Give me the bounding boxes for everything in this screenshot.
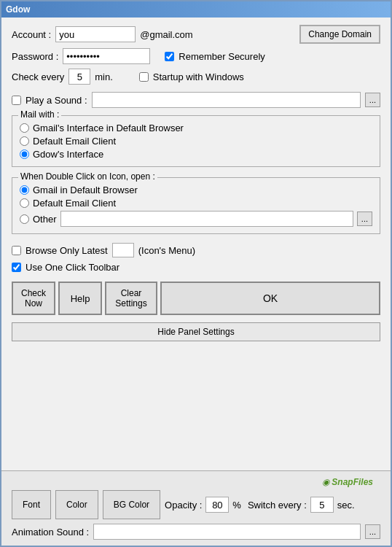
animation-label: Animation Sound :: [12, 527, 89, 538]
account-input[interactable]: [55, 26, 136, 42]
password-input[interactable]: [63, 48, 150, 64]
change-domain-button[interactable]: Change Domain: [299, 25, 380, 44]
dc-other-input[interactable]: [60, 211, 353, 227]
dc-option-2-radio[interactable]: [20, 198, 29, 208]
dc-option-1-radio[interactable]: [20, 185, 29, 195]
mail-option-1-radio[interactable]: [20, 123, 29, 133]
animation-input[interactable]: [93, 524, 361, 540]
account-label: Account :: [12, 29, 51, 40]
dc-option-3-row: Other ...: [20, 211, 372, 227]
browse-only-checkbox[interactable]: [12, 246, 21, 255]
bg-color-tab-button[interactable]: BG Color: [103, 490, 160, 519]
mail-option-3-radio[interactable]: [20, 150, 29, 159]
check-every-after-label: min.: [95, 71, 113, 82]
remember-label: Remember Securely: [179, 51, 265, 62]
startup-checkbox[interactable]: [139, 72, 149, 82]
switch-input[interactable]: [310, 497, 334, 513]
password-label: Password :: [12, 51, 58, 62]
browse-only-input[interactable]: [112, 243, 134, 257]
titlebar: Gdow: [1, 1, 391, 18]
check-every-row: Check every min. Startup with Windows: [12, 69, 380, 85]
mail-with-group: Mail with : Gmail's Interface in Default…: [12, 115, 380, 167]
double-click-label: When Double Click on Icon, open :: [18, 171, 157, 182]
color-tab-button[interactable]: Color: [55, 490, 98, 519]
sound-checkbox[interactable]: [12, 96, 21, 105]
dc-option-3-label: Other: [33, 214, 57, 225]
one-click-label: Use One Click Toolbar: [26, 262, 119, 273]
icon-menu-label: (Icon's Menu): [138, 245, 195, 256]
switch-label: Switch every :: [248, 500, 307, 511]
snapfiles-brand: ◉ SnapFiles: [12, 477, 380, 487]
sec-label: sec.: [337, 500, 355, 511]
dc-browse-button[interactable]: ...: [357, 212, 372, 226]
mail-option-2-label: Default Email Client: [33, 136, 116, 147]
tab-opacity-row: Font Color BG Color Opacity : % Switch e…: [12, 490, 380, 519]
one-click-row: Use One Click Toolbar: [12, 262, 380, 273]
check-now-button[interactable]: CheckNow: [12, 282, 55, 315]
sound-input[interactable]: [92, 92, 361, 108]
sound-row: Play a Sound : ...: [12, 92, 380, 108]
window-title: Gdow: [6, 4, 30, 15]
clear-settings-button[interactable]: ClearSettings: [105, 282, 157, 315]
mail-option-2-radio[interactable]: [20, 136, 29, 146]
double-click-group: When Double Click on Icon, open : Gmail …: [12, 177, 380, 234]
one-click-checkbox[interactable]: [12, 263, 21, 272]
hide-panel-button[interactable]: Hide Panel Settings: [12, 322, 380, 341]
mail-option-2-row: Default Email Client: [20, 136, 372, 147]
startup-label: Startup with Windows: [153, 71, 244, 82]
check-every-before-label: Check every: [12, 71, 64, 82]
remember-checkbox[interactable]: [165, 52, 174, 61]
dc-option-3-radio[interactable]: [20, 214, 29, 224]
bottom-section: ◉ SnapFiles Font Color BG Color Opacity …: [1, 470, 391, 546]
help-button[interactable]: Help: [58, 282, 102, 315]
main-window: Gdow Account : @gmail.com Change Domain …: [0, 0, 392, 547]
mail-option-1-row: Gmail's Interface in Default Browser: [20, 123, 372, 133]
browse-only-label: Browse Only Latest: [26, 245, 108, 256]
browse-only-row: Browse Only Latest (Icon's Menu): [12, 243, 380, 257]
mail-option-3-label: Gdow's Interface: [33, 149, 103, 160]
domain-text: @gmail.com: [140, 29, 192, 40]
opacity-input[interactable]: [205, 497, 229, 513]
dc-option-1-row: Gmail in Default Browser: [20, 185, 372, 195]
mail-option-3-row: Gdow's Interface: [20, 149, 372, 160]
action-buttons-row: CheckNow Help ClearSettings OK: [12, 282, 380, 315]
mail-option-1-label: Gmail's Interface in Default Browser: [33, 123, 184, 133]
animation-sound-row: Animation Sound : ...: [12, 524, 380, 540]
mail-with-label: Mail with :: [18, 109, 61, 120]
password-row: Password : Remember Securely: [12, 48, 380, 64]
sound-label: Play a Sound :: [26, 95, 87, 106]
snapfiles-text: SnapFiles: [332, 477, 373, 487]
ok-button[interactable]: OK: [160, 282, 380, 315]
opacity-row: Opacity : % Switch every : sec.: [165, 497, 355, 513]
animation-browse-button[interactable]: ...: [365, 524, 380, 539]
account-row: Account : @gmail.com Change Domain: [12, 25, 380, 44]
font-tab-button[interactable]: Font: [12, 490, 51, 519]
sound-browse-button[interactable]: ...: [365, 93, 380, 107]
dc-option-2-label: Default Email Client: [33, 198, 116, 209]
dc-option-1-label: Gmail in Default Browser: [33, 185, 138, 195]
opacity-percent: %: [232, 500, 241, 511]
opacity-label: Opacity :: [165, 500, 202, 511]
main-content: Account : @gmail.com Change Domain Passw…: [1, 18, 391, 470]
dc-option-2-row: Default Email Client: [20, 198, 372, 209]
check-every-input[interactable]: [68, 69, 90, 85]
